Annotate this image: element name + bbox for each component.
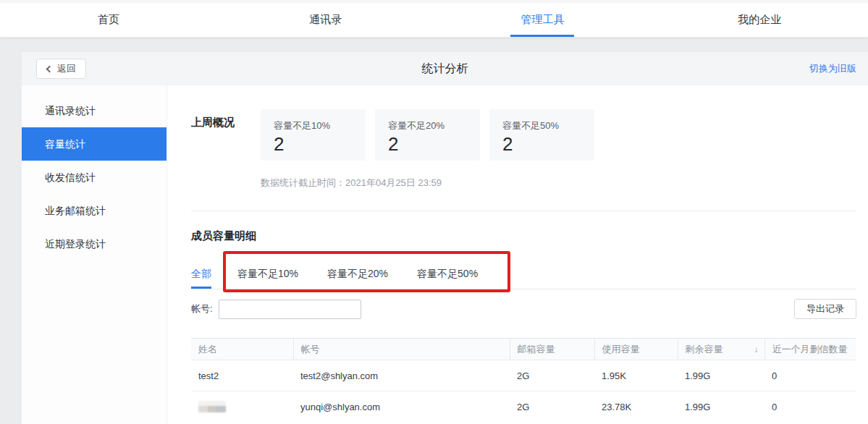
statistics-panel: 返回 统计分析 切换为旧版 通讯录统计 容量统计 收发信统计 业务邮箱统计 近期…	[22, 52, 868, 424]
table-row: yunqi@shlyan.com 2G 23.78K 1.99G 0	[191, 391, 856, 423]
stat-card-value: 2	[388, 134, 467, 154]
page-title: 统计分析	[422, 62, 468, 77]
col-header-used: 使用容量	[594, 339, 678, 360]
stat-card-under-50: 容量不足50% 2	[489, 109, 594, 161]
back-button-label: 返回	[57, 62, 76, 75]
account-filter-label: 帐号:	[191, 302, 213, 315]
cell-used: 23.78K	[594, 391, 678, 423]
nav-item-admin-tools[interactable]: 管理工具	[434, 3, 652, 37]
data-cutoff-timestamp: 数据统计截止时间：2021年04月25日 23:59	[261, 177, 856, 189]
cell-deleted: 0	[764, 391, 856, 423]
tab-under-50[interactable]: 容量不足50%	[417, 255, 478, 289]
nav-item-label: 通讯录	[309, 13, 342, 27]
sidebar: 通讯录统计 容量统计 收发信统计 业务邮箱统计 近期登录统计	[22, 85, 167, 424]
tab-under-10[interactable]: 容量不足10%	[237, 255, 298, 289]
cell-deleted: 0	[764, 360, 856, 391]
table-header-row: 姓名 帐号 邮箱容量 使用容量 剩余容量 ↓ 近一个月删信数量	[191, 339, 856, 360]
nav-item-home[interactable]: 首页	[0, 3, 217, 37]
nav-item-my-company[interactable]: 我的企业	[651, 3, 868, 37]
cell-quota: 2G	[510, 360, 594, 391]
stat-card-under-10: 容量不足10% 2	[261, 109, 366, 161]
sort-desc-icon[interactable]: ↓	[754, 344, 760, 355]
sidebar-item-label: 通讯录统计	[45, 105, 96, 116]
sidebar-item-label: 近期登录统计	[45, 238, 106, 250]
stat-card-label: 容量不足20%	[388, 119, 467, 132]
back-button[interactable]: 返回	[36, 59, 86, 79]
chevron-left-icon	[46, 65, 54, 72]
cell-remaining: 1.99G	[678, 360, 764, 391]
overview-cards: 容量不足10% 2 容量不足20% 2 容量不足50% 2	[261, 109, 604, 161]
cell-name	[191, 391, 293, 423]
stat-card-label: 容量不足50%	[502, 119, 581, 132]
top-nav: 首页 通讯录 管理工具 我的企业	[0, 3, 868, 38]
overview-section-label: 上周概况	[191, 109, 261, 161]
nav-item-label: 我的企业	[738, 13, 781, 27]
sidebar-item-recent-login-stats[interactable]: 近期登录统计	[22, 227, 167, 260]
sidebar-item-label: 容量统计	[45, 138, 85, 150]
sidebar-item-mail-send-receive-stats[interactable]: 收发信统计	[22, 161, 167, 194]
redacted-name-blur	[198, 401, 226, 412]
panel-body: 通讯录统计 容量统计 收发信统计 业务邮箱统计 近期登录统计 上周概况 容量不足…	[22, 85, 868, 424]
sidebar-item-label: 业务邮箱统计	[45, 205, 106, 216]
table-row: test2 test2@shlyan.com 2G 1.95K 1.99G 0	[191, 360, 856, 391]
nav-item-contacts[interactable]: 通讯录	[217, 3, 434, 37]
account-filter: 帐号:	[191, 300, 361, 319]
col-header-name: 姓名	[191, 339, 293, 360]
filter-row: 帐号: 导出记录	[191, 299, 856, 319]
col-header-account: 帐号	[293, 339, 510, 360]
cell-account: yunqi@shlyan.com	[293, 391, 510, 423]
last-week-overview: 上周概况 容量不足10% 2 容量不足20% 2 容量不足50% 2	[191, 109, 856, 161]
capacity-filter-tabs: 全部 容量不足10% 容量不足20% 容量不足50%	[191, 255, 856, 289]
tab-under-20[interactable]: 容量不足20%	[327, 255, 388, 289]
export-records-button[interactable]: 导出记录	[794, 299, 856, 319]
col-header-remaining-label: 剩余容量	[686, 343, 723, 356]
sidebar-item-contacts-stats[interactable]: 通讯录统计	[22, 94, 167, 127]
cell-name: test2	[191, 360, 293, 391]
stat-card-under-20: 容量不足20% 2	[375, 109, 480, 161]
active-tab-underline	[510, 35, 574, 37]
col-header-quota: 邮箱容量	[510, 339, 594, 360]
section-divider	[191, 211, 856, 211]
stat-card-value: 2	[274, 134, 353, 154]
cell-used: 1.95K	[594, 360, 678, 391]
stat-card-value: 2	[502, 134, 581, 154]
sidebar-item-capacity-stats[interactable]: 容量统计	[22, 127, 167, 161]
sidebar-item-label: 收发信统计	[45, 171, 96, 183]
cell-quota: 2G	[510, 391, 594, 423]
panel-header: 返回 统计分析 切换为旧版	[22, 52, 868, 85]
stat-card-label: 容量不足10%	[274, 119, 353, 132]
switch-to-old-version-link[interactable]: 切换为旧版	[809, 62, 856, 75]
main-content: 上周概况 容量不足10% 2 容量不足20% 2 容量不足50% 2	[167, 85, 868, 424]
cell-remaining: 1.99G	[678, 391, 764, 423]
tab-all[interactable]: 全部	[191, 255, 211, 289]
nav-item-label: 首页	[98, 13, 119, 27]
col-header-remaining: 剩余容量 ↓	[678, 339, 764, 360]
sidebar-item-business-mailbox-stats[interactable]: 业务邮箱统计	[22, 194, 167, 227]
col-header-deleted-last-month: 近一个月删信数量	[764, 339, 856, 360]
member-capacity-table: 姓名 帐号 邮箱容量 使用容量 剩余容量 ↓ 近一个月删信数量	[191, 338, 856, 423]
account-search-input[interactable]	[219, 300, 361, 319]
nav-item-label: 管理工具	[521, 13, 564, 27]
cell-account: test2@shlyan.com	[293, 360, 510, 391]
member-capacity-detail-title: 成员容量明细	[191, 229, 856, 243]
